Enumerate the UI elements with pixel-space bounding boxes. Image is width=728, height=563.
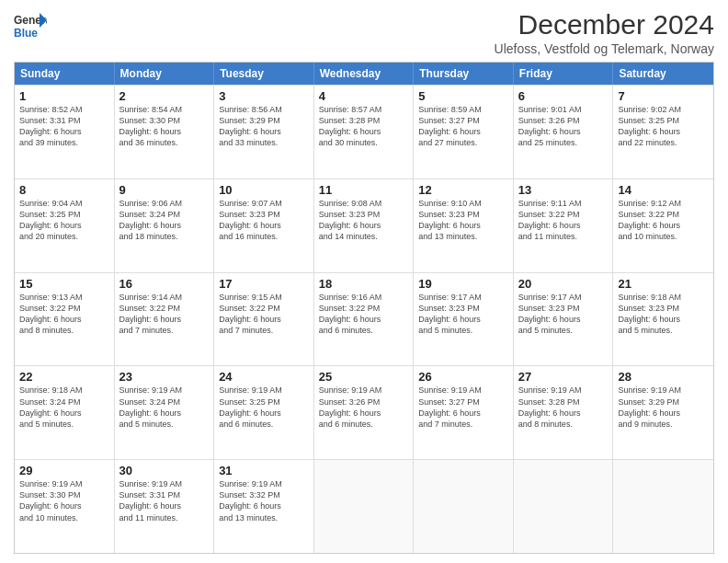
cal-cell: 17Sunrise: 9:15 AM Sunset: 3:22 PM Dayli… (214, 273, 314, 366)
day-number: 17 (219, 277, 309, 291)
day-number: 25 (319, 370, 409, 384)
logo-bird-icon: General Blue (14, 9, 47, 42)
cal-cell: 31Sunrise: 9:19 AM Sunset: 3:32 PM Dayli… (214, 460, 314, 553)
cell-info: Sunrise: 9:19 AM Sunset: 3:31 PM Dayligh… (119, 478, 210, 523)
cal-cell: 21Sunrise: 9:18 AM Sunset: 3:23 PM Dayli… (613, 273, 713, 366)
cell-info: Sunrise: 9:13 AM Sunset: 3:22 PM Dayligh… (19, 292, 109, 337)
calendar: SundayMondayTuesdayWednesdayThursdayFrid… (14, 62, 714, 554)
cell-info: Sunrise: 9:19 AM Sunset: 3:28 PM Dayligh… (518, 385, 609, 430)
cell-info: Sunrise: 9:06 AM Sunset: 3:24 PM Dayligh… (119, 198, 210, 243)
logo: General Blue (14, 9, 47, 42)
cal-row-0: 1Sunrise: 8:52 AM Sunset: 3:31 PM Daylig… (15, 85, 713, 178)
calendar-body: 1Sunrise: 8:52 AM Sunset: 3:31 PM Daylig… (15, 85, 713, 553)
day-number: 29 (19, 464, 109, 477)
day-number: 20 (518, 277, 609, 291)
cal-cell: 13Sunrise: 9:11 AM Sunset: 3:22 PM Dayli… (514, 179, 614, 272)
cal-cell: 27Sunrise: 9:19 AM Sunset: 3:28 PM Dayli… (514, 366, 614, 459)
day-number: 10 (219, 183, 309, 197)
cal-cell: 2Sunrise: 8:54 AM Sunset: 3:30 PM Daylig… (115, 86, 215, 178)
day-number: 26 (418, 370, 508, 384)
cell-info: Sunrise: 9:10 AM Sunset: 3:23 PM Dayligh… (418, 198, 508, 243)
cell-info: Sunrise: 9:19 AM Sunset: 3:30 PM Dayligh… (19, 478, 109, 523)
cal-row-1: 8Sunrise: 9:04 AM Sunset: 3:25 PM Daylig… (15, 178, 713, 272)
cal-cell: 10Sunrise: 9:07 AM Sunset: 3:23 PM Dayli… (214, 179, 314, 272)
cal-cell: 12Sunrise: 9:10 AM Sunset: 3:23 PM Dayli… (414, 179, 514, 272)
cal-header-cell-sunday: Sunday (15, 63, 115, 85)
day-number: 28 (618, 370, 709, 384)
calendar-header: SundayMondayTuesdayWednesdayThursdayFrid… (15, 63, 713, 85)
cal-cell: 1Sunrise: 8:52 AM Sunset: 3:31 PM Daylig… (15, 86, 115, 178)
cell-info: Sunrise: 9:08 AM Sunset: 3:23 PM Dayligh… (319, 198, 409, 243)
day-number: 14 (618, 183, 709, 197)
day-number: 27 (518, 370, 609, 384)
cal-cell (414, 460, 514, 553)
cell-info: Sunrise: 9:19 AM Sunset: 3:32 PM Dayligh… (219, 478, 309, 523)
cell-info: Sunrise: 8:59 AM Sunset: 3:27 PM Dayligh… (418, 104, 508, 149)
cal-header-cell-monday: Monday (115, 63, 215, 85)
cell-info: Sunrise: 9:01 AM Sunset: 3:26 PM Dayligh… (518, 104, 609, 149)
cell-info: Sunrise: 9:19 AM Sunset: 3:25 PM Dayligh… (219, 385, 309, 430)
cal-cell: 15Sunrise: 9:13 AM Sunset: 3:22 PM Dayli… (15, 273, 115, 366)
cal-cell: 26Sunrise: 9:19 AM Sunset: 3:27 PM Dayli… (414, 366, 514, 459)
cell-info: Sunrise: 8:57 AM Sunset: 3:28 PM Dayligh… (319, 104, 409, 149)
cell-info: Sunrise: 9:02 AM Sunset: 3:25 PM Dayligh… (618, 104, 709, 149)
cal-cell: 22Sunrise: 9:18 AM Sunset: 3:24 PM Dayli… (15, 366, 115, 459)
cal-cell: 7Sunrise: 9:02 AM Sunset: 3:25 PM Daylig… (613, 86, 713, 178)
day-number: 21 (618, 277, 709, 291)
cell-info: Sunrise: 8:54 AM Sunset: 3:30 PM Dayligh… (119, 104, 210, 149)
day-number: 12 (418, 183, 508, 197)
subtitle: Ulefoss, Vestfold og Telemark, Norway (495, 41, 714, 56)
page: General Blue December 2024 Ulefoss, Vest… (0, 0, 728, 563)
cell-info: Sunrise: 8:56 AM Sunset: 3:29 PM Dayligh… (219, 104, 309, 149)
cell-info: Sunrise: 9:14 AM Sunset: 3:22 PM Dayligh… (119, 292, 210, 337)
cal-cell: 8Sunrise: 9:04 AM Sunset: 3:25 PM Daylig… (15, 179, 115, 272)
cal-header-cell-friday: Friday (514, 63, 614, 85)
cell-info: Sunrise: 9:07 AM Sunset: 3:23 PM Dayligh… (219, 198, 309, 243)
cal-cell: 9Sunrise: 9:06 AM Sunset: 3:24 PM Daylig… (115, 179, 215, 272)
cal-cell: 30Sunrise: 9:19 AM Sunset: 3:31 PM Dayli… (115, 460, 215, 553)
cell-info: Sunrise: 9:16 AM Sunset: 3:22 PM Dayligh… (319, 292, 409, 337)
cal-cell: 6Sunrise: 9:01 AM Sunset: 3:26 PM Daylig… (514, 86, 614, 178)
cal-cell: 18Sunrise: 9:16 AM Sunset: 3:22 PM Dayli… (314, 273, 415, 366)
cal-cell (514, 460, 614, 553)
cal-row-3: 22Sunrise: 9:18 AM Sunset: 3:24 PM Dayli… (15, 365, 713, 459)
day-number: 8 (19, 183, 109, 197)
cal-row-2: 15Sunrise: 9:13 AM Sunset: 3:22 PM Dayli… (15, 272, 713, 366)
cell-info: Sunrise: 9:19 AM Sunset: 3:27 PM Dayligh… (418, 385, 508, 430)
cal-cell: 19Sunrise: 9:17 AM Sunset: 3:23 PM Dayli… (414, 273, 514, 366)
day-number: 4 (319, 89, 409, 103)
cell-info: Sunrise: 9:12 AM Sunset: 3:22 PM Dayligh… (618, 198, 709, 243)
cal-cell: 25Sunrise: 9:19 AM Sunset: 3:26 PM Dayli… (314, 366, 415, 459)
day-number: 23 (119, 370, 210, 384)
cell-info: Sunrise: 9:19 AM Sunset: 3:26 PM Dayligh… (319, 385, 409, 430)
cell-info: Sunrise: 9:18 AM Sunset: 3:24 PM Dayligh… (19, 385, 109, 430)
cell-info: Sunrise: 9:15 AM Sunset: 3:22 PM Dayligh… (219, 292, 309, 337)
main-title: December 2024 (495, 9, 714, 40)
cell-info: Sunrise: 9:19 AM Sunset: 3:24 PM Dayligh… (119, 385, 210, 430)
cal-cell (314, 460, 415, 553)
day-number: 13 (518, 183, 609, 197)
cal-cell: 29Sunrise: 9:19 AM Sunset: 3:30 PM Dayli… (15, 460, 115, 553)
day-number: 22 (19, 370, 109, 384)
cal-header-cell-wednesday: Wednesday (314, 63, 415, 85)
cal-cell: 4Sunrise: 8:57 AM Sunset: 3:28 PM Daylig… (314, 86, 415, 178)
cal-header-cell-thursday: Thursday (414, 63, 514, 85)
cell-info: Sunrise: 8:52 AM Sunset: 3:31 PM Dayligh… (19, 104, 109, 149)
cell-info: Sunrise: 9:19 AM Sunset: 3:29 PM Dayligh… (618, 385, 709, 430)
cal-cell: 14Sunrise: 9:12 AM Sunset: 3:22 PM Dayli… (613, 179, 713, 272)
day-number: 1 (19, 89, 109, 103)
cal-cell: 5Sunrise: 8:59 AM Sunset: 3:27 PM Daylig… (414, 86, 514, 178)
cell-info: Sunrise: 9:11 AM Sunset: 3:22 PM Dayligh… (518, 198, 609, 243)
day-number: 24 (219, 370, 309, 384)
title-section: December 2024 Ulefoss, Vestfold og Telem… (495, 9, 714, 56)
day-number: 18 (319, 277, 409, 291)
cal-cell: 28Sunrise: 9:19 AM Sunset: 3:29 PM Dayli… (613, 366, 713, 459)
cal-cell: 24Sunrise: 9:19 AM Sunset: 3:25 PM Dayli… (214, 366, 314, 459)
day-number: 5 (418, 89, 508, 103)
day-number: 31 (219, 464, 309, 477)
day-number: 9 (119, 183, 210, 197)
day-number: 30 (119, 464, 210, 477)
day-number: 11 (319, 183, 409, 197)
cal-cell: 20Sunrise: 9:17 AM Sunset: 3:23 PM Dayli… (514, 273, 614, 366)
cal-header-cell-tuesday: Tuesday (214, 63, 314, 85)
